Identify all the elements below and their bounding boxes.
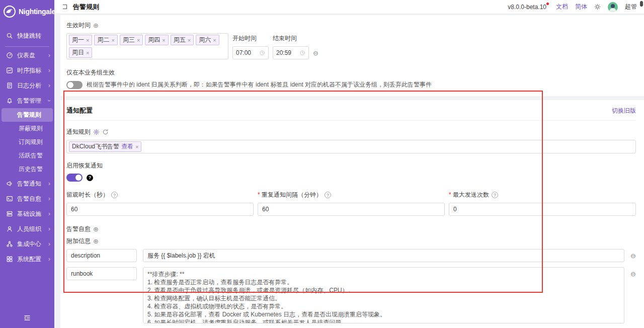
max-send-input[interactable] (449, 203, 636, 216)
help-icon[interactable]: ? (87, 175, 93, 181)
notify-rule-select[interactable]: DkCloud飞书告警 查看 × (66, 140, 636, 153)
clock-icon (299, 50, 305, 56)
page-title: 告警规则 (73, 3, 99, 12)
sidebar-item-selfheal[interactable]: 告警自愈 › (0, 191, 54, 206)
avatar[interactable] (608, 2, 618, 12)
main-column: 告警规则 v8.0.0-beta.10 文档 简体 超管 生效时间 ⊕ (54, 0, 644, 328)
end-time-value[interactable] (276, 49, 297, 56)
sidebar-item-integration[interactable]: 集成中心 › (0, 236, 54, 252)
plus-circle-icon[interactable]: ⊕ (93, 22, 99, 29)
remove-icon[interactable]: × (213, 37, 216, 43)
gear-icon[interactable] (93, 129, 100, 135)
docs-link[interactable]: 文档 (556, 3, 568, 11)
start-time-value[interactable] (236, 49, 257, 56)
refresh-icon[interactable] (102, 129, 109, 135)
content-area: 生效时间 ⊕ 周一× 周二× 周三× 周四× 周五× 周六× 周日× 开始时间 (54, 14, 644, 328)
sidebar-subitem-active-alerts[interactable]: 活跃告警 (2, 149, 53, 162)
remove-icon[interactable]: × (188, 37, 191, 43)
help-icon[interactable]: ? (492, 192, 498, 198)
only-business-group-desc: 根据告警事件中的 ident 归属关系判断，即：如果告警事件中有 ident 标… (87, 80, 432, 89)
help-icon[interactable]: ? (111, 192, 118, 198)
weekday-tag: 周五× (171, 35, 194, 45)
weekday-tag: 周六× (196, 35, 219, 45)
menu-fold-icon[interactable] (61, 4, 68, 10)
sidebar-subitem-alert-rules[interactable]: 告警规则 (2, 108, 53, 122)
help-icon[interactable]: ? (325, 192, 331, 198)
chevron-right-icon: › (48, 211, 50, 217)
sidebar-item-system-config[interactable]: 系统配置 › (0, 252, 54, 267)
megaphone-icon (6, 180, 13, 187)
sidebar-item-label: 系统配置 (17, 255, 41, 264)
sidebar-item-alert-notify[interactable]: 告警通知 › (0, 176, 54, 191)
start-time-input[interactable] (232, 46, 269, 59)
collapse-sidebar-icon[interactable] (23, 314, 31, 322)
theme-icon[interactable] (594, 4, 601, 10)
repeat-interval-input[interactable] (258, 203, 445, 216)
weekday-tag: 周日× (69, 47, 92, 58)
runbook-textarea[interactable]: **排查步骤: ** 1. 检查服务是否正常启动，查看服务日志是否有异常。 2.… (143, 267, 624, 323)
dashboard-icon (6, 52, 13, 59)
remove-icon[interactable]: × (137, 37, 140, 43)
selfheal-label: 告警自愈 (66, 225, 91, 233)
observe-duration-input[interactable] (66, 203, 254, 216)
quick-jump-label: 快捷跳转 (17, 32, 41, 40)
only-business-group-label: 仅在本业务组生效 (66, 68, 115, 77)
sidebar-quick-jump[interactable]: 快捷跳转 (0, 28, 54, 43)
sidebar-item-organization[interactable]: 人员组织 › (0, 221, 54, 236)
nightingale-logo[interactable]: Nightingale (0, 0, 54, 22)
annotation-key-input[interactable] (66, 267, 137, 280)
sidebar-subitem-mute-rules[interactable]: 屏蔽规则 (2, 122, 53, 135)
remove-icon[interactable]: × (86, 50, 89, 56)
sidebar-item-label: 基础设施 (17, 210, 41, 218)
observe-duration-label: 留观时长（秒） (66, 191, 109, 199)
version-text[interactable]: v8.0.0-beta.10 (508, 4, 549, 11)
switch-legacy-link[interactable]: 切换旧版 (612, 107, 636, 115)
sidebar-item-alert-management[interactable]: 告警管理 › (0, 93, 54, 108)
sidebar-item-logs[interactable]: 日志分析 › (0, 78, 54, 93)
nightingale-bird-icon (3, 5, 16, 18)
language-link[interactable]: 简体 (575, 3, 587, 11)
recover-notify-toggle[interactable] (66, 174, 83, 182)
metrics-icon (6, 67, 13, 74)
remove-icon[interactable]: × (111, 37, 114, 43)
annotation-key-input[interactable] (66, 249, 137, 262)
sidebar-subitem-history-alerts[interactable]: 历史告警 (2, 162, 53, 176)
sidebar-item-label: 告警管理 (17, 97, 41, 105)
sidebar-subitem-subscribe-rules[interactable]: 订阅规则 (2, 135, 53, 149)
only-business-group-toggle[interactable] (66, 81, 83, 89)
minus-circle-icon[interactable]: ⊖ (630, 270, 636, 278)
sidebar-item-label: 人员组织 (17, 225, 41, 233)
weekday-tag: 周二× (94, 35, 117, 45)
plus-circle-icon[interactable]: ⊕ (93, 226, 99, 232)
user-role-label[interactable]: 超管 (625, 3, 637, 11)
minus-circle-icon[interactable]: ⊖ (630, 252, 636, 260)
chevron-right-icon: › (48, 241, 50, 247)
sidebar-item-label: 仪表盘 (17, 51, 35, 60)
remove-icon[interactable]: × (86, 37, 89, 43)
grid-icon (6, 256, 13, 263)
clock-icon (259, 50, 265, 56)
weekday-tags-input[interactable]: 周一× 周二× 周三× 周四× 周五× 周六× 周日× (66, 33, 228, 59)
remove-icon[interactable]: × (135, 144, 138, 150)
scrollbar-thumb[interactable] (640, 1, 643, 7)
chevron-right-icon: › (48, 67, 50, 73)
sidebar-item-infrastructure[interactable]: 基础设施 › (0, 206, 54, 221)
view-link[interactable]: 查看 (121, 142, 133, 151)
chevron-right-icon: › (48, 181, 50, 187)
search-icon (6, 32, 13, 39)
person-icon (6, 225, 13, 232)
end-time-input[interactable] (273, 46, 309, 59)
extra-info-label: 附加信息 (66, 237, 91, 245)
annotation-value-input[interactable] (143, 249, 624, 262)
chevron-right-icon: › (48, 196, 50, 202)
chevron-right-icon: › (48, 256, 50, 262)
sidebar-item-dashboard[interactable]: 仪表盘 › (0, 48, 54, 63)
notification-config-title: 通知配置 (66, 106, 93, 115)
remove-icon[interactable]: × (162, 37, 165, 43)
sidebar-divider (5, 46, 49, 47)
plus-circle-icon[interactable]: ⊕ (93, 238, 99, 244)
minus-circle-icon[interactable]: ⊖ (313, 50, 318, 56)
sidebar-item-metrics[interactable]: 时序指标 › (0, 63, 54, 78)
sidebar-item-label: 告警自愈 (17, 195, 41, 203)
sidebar-item-label: 告警通知 (17, 180, 41, 188)
